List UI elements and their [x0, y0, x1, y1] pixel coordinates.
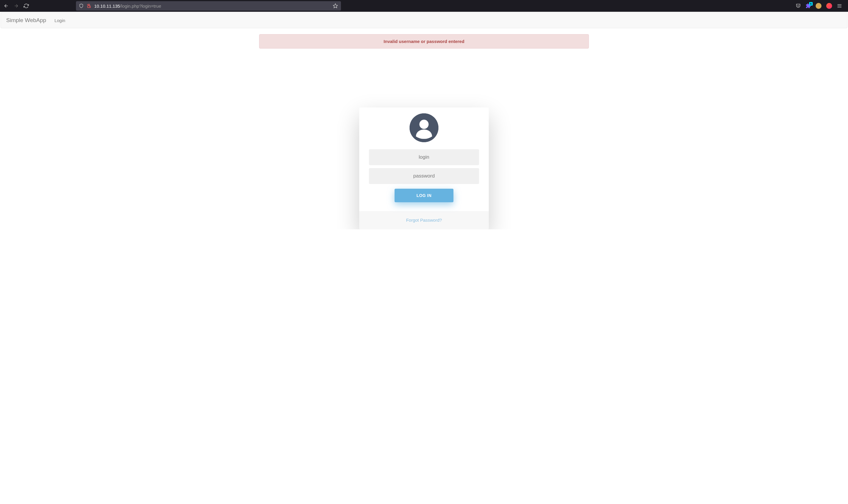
page-navbar: Simple WebApp Login	[1, 12, 847, 28]
url-text: 10.10.11.135/login.php?login=true	[94, 3, 161, 8]
lock-insecure-icon	[87, 3, 91, 8]
reload-button[interactable]	[23, 3, 29, 8]
bookmark-star-icon[interactable]	[333, 3, 338, 8]
brand-title[interactable]: Simple WebApp	[6, 17, 46, 23]
svg-point-7	[419, 120, 429, 129]
avatar-icon	[410, 113, 438, 142]
svg-marker-2	[333, 4, 338, 8]
address-bar[interactable]: 10.10.11.135/login.php?login=true	[76, 1, 341, 11]
extension-icon[interactable]: 5	[806, 3, 811, 8]
nav-link-login[interactable]: Login	[54, 18, 65, 23]
error-message: Invalid username or password entered	[384, 39, 464, 44]
cookie-extension-icon[interactable]	[816, 3, 822, 9]
password-input[interactable]	[369, 168, 479, 184]
foxyproxy-extension-icon[interactable]	[826, 3, 832, 9]
login-submit-button[interactable]: LOG IN	[395, 189, 453, 202]
error-alert: Invalid username or password entered	[259, 34, 589, 49]
username-input[interactable]	[369, 149, 479, 165]
login-card: LOG IN Forgot Password?	[359, 107, 489, 229]
hamburger-menu-icon[interactable]	[837, 3, 842, 8]
forgot-password-link[interactable]: Forgot Password?	[406, 218, 442, 222]
extension-badge: 5	[809, 2, 813, 5]
browser-toolbar: 10.10.11.135/login.php?login=true 5	[0, 0, 848, 12]
pocket-icon[interactable]	[796, 3, 801, 8]
back-button[interactable]	[3, 3, 9, 8]
forward-button[interactable]	[14, 3, 19, 8]
shield-icon	[79, 3, 84, 8]
